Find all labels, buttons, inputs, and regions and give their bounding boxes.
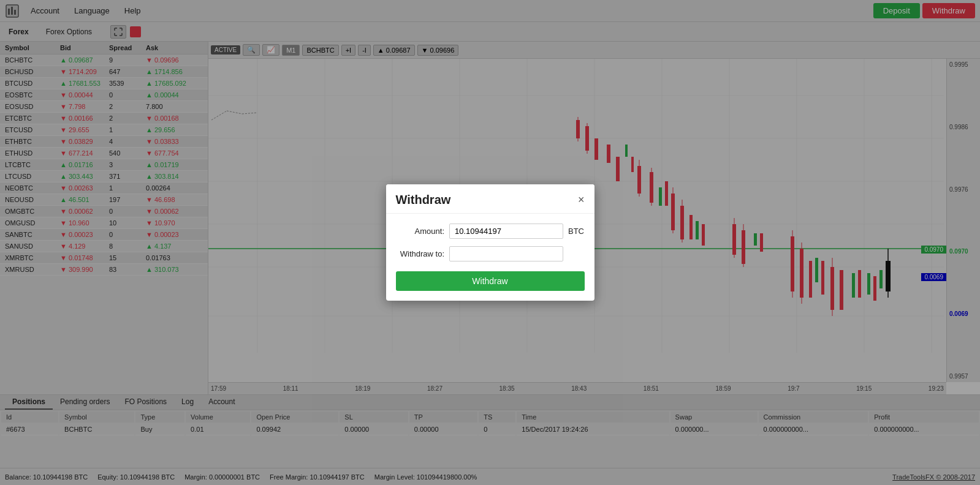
- modal-close-button[interactable]: ×: [578, 194, 585, 206]
- modal-title: Withdraw: [396, 193, 451, 207]
- withdraw-modal-button[interactable]: Withdraw: [396, 271, 585, 291]
- withdraw-to-row: Withdraw to:: [396, 246, 585, 261]
- amount-input[interactable]: [449, 224, 563, 239]
- amount-label: Amount:: [396, 227, 445, 236]
- withdraw-to-input[interactable]: [449, 246, 563, 261]
- modal-body: Amount: BTC Withdraw to: Withdraw: [386, 214, 594, 301]
- withdraw-to-label: Withdraw to:: [396, 249, 445, 258]
- withdraw-modal: Withdraw × Amount: BTC Withdraw to: With…: [386, 184, 594, 301]
- currency-label: BTC: [568, 227, 585, 236]
- modal-overlay: Withdraw × Amount: BTC Withdraw to: With…: [0, 0, 980, 485]
- amount-row: Amount: BTC: [396, 224, 585, 239]
- modal-header: Withdraw ×: [386, 184, 594, 214]
